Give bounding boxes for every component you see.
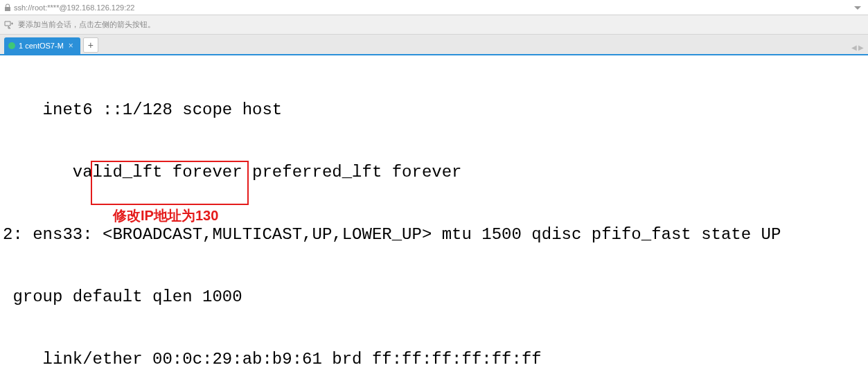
tab-nav: ◀ ▶	[851, 44, 864, 51]
terminal-line: link/ether 00:0c:29:ab:b9:61 brd ff:ff:f…	[3, 349, 865, 370]
add-session-icon[interactable]	[4, 21, 14, 29]
terminal-output[interactable]: inet6 ::1/128 scope host valid_lft forev…	[0, 55, 868, 381]
tab-bar: 1 centOS7-M × + ◀ ▶	[0, 35, 868, 55]
terminal-line: 2: ens33: <BROADCAST,MULTICAST,UP,LOWER_…	[3, 224, 865, 245]
status-dot-icon	[8, 42, 15, 49]
hint-bar: 要添加当前会话，点击左侧的箭头按钮。	[0, 15, 868, 35]
add-tab-button[interactable]: +	[83, 37, 98, 53]
annotation-text: 修改IP地址为130	[113, 207, 218, 224]
tab-next-icon[interactable]: ▶	[858, 44, 864, 51]
terminal-line: inet6 ::1/128 scope host	[3, 100, 865, 121]
tab-prev-icon[interactable]: ◀	[851, 44, 857, 51]
connection-url: ssh://root:****@192.168.126.129:22	[14, 3, 134, 12]
close-icon[interactable]: ×	[69, 41, 73, 51]
title-bar: ssh://root:****@192.168.126.129:22	[0, 0, 868, 15]
tab-centos7[interactable]: 1 centOS7-M ×	[4, 37, 80, 54]
terminal-line: group default qlen 1000	[3, 287, 865, 308]
lock-icon	[4, 3, 11, 12]
hint-text: 要添加当前会话，点击左侧的箭头按钮。	[18, 19, 155, 30]
tab-title: centOS7-M	[25, 42, 64, 50]
terminal-line: valid_lft forever preferred_lft forever	[3, 162, 865, 183]
chevron-down-icon[interactable]	[854, 3, 861, 12]
